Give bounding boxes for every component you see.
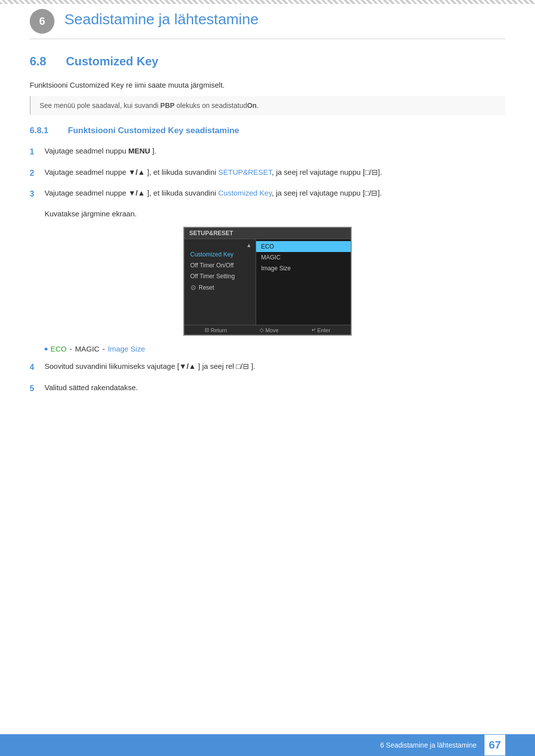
note-text-mid: olekuks on seadistatud [174,101,247,109]
step-5-text: Valitud sätted rakendatakse. [45,381,505,394]
step-2: 2 Vajutage seadmel nuppe ▼/▲ ], et liiku… [30,166,505,180]
note-text-end: . [257,101,259,109]
monitor-menu-content: ▲ Customized Key Off Timer On/Off Off Ti… [184,239,351,332]
chapter-icon-text: 6 [39,15,45,28]
section-description: Funktsiooni Customized Key re iimi saate… [30,79,505,91]
note-box: See menüü pole saadaval, kui suvandi PBP… [30,96,505,115]
dash-1: - [70,345,72,353]
page-footer: 6 Seadistamine ja lähtestamine 67 [0,734,535,756]
bullet-list: ECO - MAGIC - Image Size [45,345,505,353]
bullet-dot [45,348,48,351]
step-3-text: Vajutage seadmel nuppe ▼/▲ ], et liikuda… [45,187,505,200]
section-heading: 6.8 Customized Key [30,54,505,68]
monitor-footer: ⊟ Return ◇ Move ↵ Enter [184,325,351,335]
monitor-left-item-customized: Customized Key [184,249,256,260]
monitor-left-item-offtimeronoff: Off Timer On/Off [184,260,256,271]
monitor-right-panel: ECO MAGIC Image Size [256,239,351,332]
step-5-num: 5 [30,381,45,395]
step-4: 4 Soovitud suvandini liikumiseks vajutag… [30,360,505,374]
step-1-num: 1 [30,145,45,158]
chapter-title: Seadistamine ja lähtestamine [64,11,259,28]
monitor-left-item-offtimersetting: Off Timer Setting [184,271,256,282]
enter-icon: ↵ [312,327,316,333]
step-4-num: 4 [30,360,45,374]
monitor-left-panel: ▲ Customized Key Off Timer On/Off Off Ti… [184,239,256,332]
footer-chapter-text: 6 Seadistamine ja lähtestamine [380,741,477,749]
monitor-scroll-up: ▲ [184,242,256,249]
return-label: Return [211,327,227,333]
step-2-num: 2 [30,166,45,180]
monitor-screen: SETUP&RESET ▲ Customized Key Off Timer O… [183,227,352,336]
subsection-number: 6.8.1 [30,126,62,136]
monitor-menu-bar: SETUP&RESET [184,228,351,239]
step-5: 5 Valitud sätted rakendatakse. [30,381,505,395]
enter-label: Enter [318,327,330,333]
chapter-icon: 6 [30,9,54,34]
dash-2: - [103,345,105,353]
monitor-right-item-magic: MAGIC [256,252,351,263]
subsection-title: Funktsiooni Customized Key seadistamine [68,126,239,136]
subsection-heading: 6.8.1 Funktsiooni Customized Key seadist… [30,126,505,136]
eco-label: ECO [51,345,67,353]
step-3: 3 Vajutage seadmel nuppe ▼/▲ ], et liiku… [30,187,505,201]
step-4-text: Soovitud suvandini liikumiseks vajutage … [45,360,505,373]
monitor-footer-return: ⊟ Return [205,327,227,333]
step-1: 1 Vajutage seadmel nuppu MENU ]. [30,145,505,158]
monitor-left-reset-label: Reset [199,284,214,291]
monitor-left-item-reset: ⚙ Reset [184,282,256,294]
magic-label: MAGIC [75,345,100,353]
move-label: Move [265,327,278,333]
chapter-rule [30,39,505,39]
monitor-right-item-eco: ECO [256,241,351,252]
monitor-right-item-imagesize: Image Size [256,263,351,274]
gear-icon: ⚙ [190,284,197,292]
monitor-footer-move: ◇ Move [260,327,278,333]
note-pbp: PBP [160,101,175,109]
step-2-text: Vajutage seadmel nuppe ▼/▲ ], et liikuda… [45,166,505,179]
section-title: Customized Key [66,54,159,68]
monitor-footer-enter: ↵ Enter [312,327,330,333]
note-on: On [247,101,257,109]
top-stripe [0,0,535,4]
footer-page-number: 67 [484,735,505,756]
return-icon: ⊟ [205,327,209,333]
note-text-before: See menüü pole saadaval, kui suvandi [40,101,160,109]
imagesize-label: Image Size [108,345,145,353]
move-icon: ◇ [260,327,264,333]
monitor-mockup: SETUP&RESET ▲ Customized Key Off Timer O… [183,227,352,336]
step-1-text: Vajutage seadmel nuppu MENU ]. [45,145,505,157]
bullet-item-eco-magic-imagesize: ECO - MAGIC - Image Size [45,345,505,353]
main-content: 6.8 Customized Key Funktsiooni Customize… [30,54,505,731]
step-3-num: 3 [30,187,45,201]
section-number: 6.8 [30,54,57,68]
step-3-subtext: Kuvatakse järgmine ekraan. [45,207,505,220]
steps-list: 1 Vajutage seadmel nuppu MENU ]. 2 Vajut… [30,145,505,201]
